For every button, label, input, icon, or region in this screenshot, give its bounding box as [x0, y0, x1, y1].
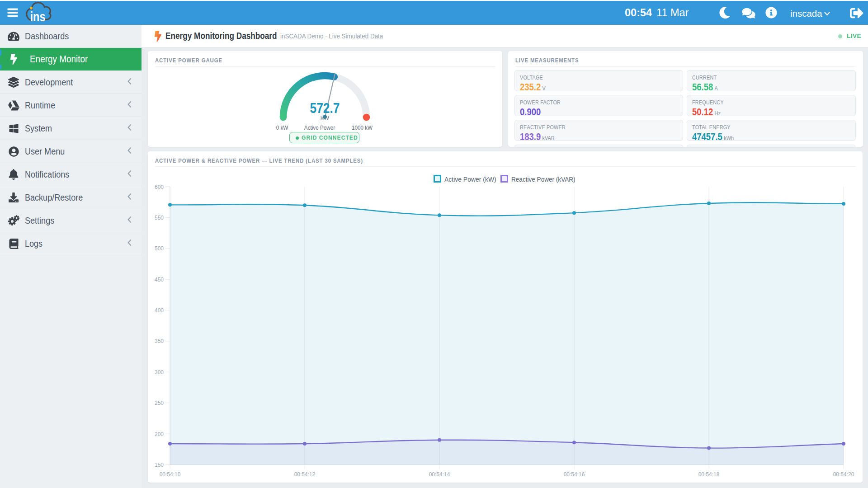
svg-text:400: 400: [155, 307, 164, 314]
svg-text:kW: kW: [321, 114, 330, 121]
svg-text:450: 450: [155, 277, 164, 283]
svg-text:250: 250: [155, 400, 164, 406]
svg-text:00:54:14: 00:54:14: [429, 471, 450, 478]
svg-text:572.7: 572.7: [310, 100, 340, 116]
svg-text:600: 600: [155, 184, 164, 190]
svg-text:00:54:20: 00:54:20: [833, 471, 854, 478]
svg-text:00:54:16: 00:54:16: [564, 471, 585, 478]
svg-text:150: 150: [155, 462, 164, 468]
svg-text:00:54:18: 00:54:18: [698, 471, 720, 478]
svg-text:550: 550: [155, 215, 164, 221]
svg-text:300: 300: [155, 369, 164, 375]
svg-text:350: 350: [155, 338, 164, 344]
svg-text:00:54:10: 00:54:10: [160, 471, 181, 478]
svg-text:ins: ins: [30, 9, 46, 24]
svg-text:200: 200: [155, 431, 164, 437]
svg-text:00:54:12: 00:54:12: [294, 471, 316, 478]
svg-text:500: 500: [155, 245, 164, 252]
